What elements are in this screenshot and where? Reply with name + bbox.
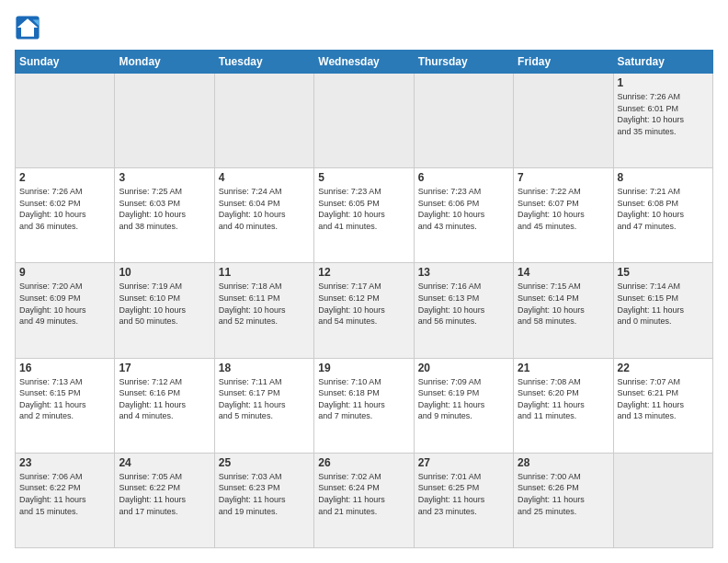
weekday-header-thursday: Thursday bbox=[414, 51, 513, 74]
day-info: Sunrise: 7:21 AM Sunset: 6:08 PM Dayligh… bbox=[618, 186, 709, 232]
day-number: 21 bbox=[518, 362, 609, 374]
day-number: 28 bbox=[518, 456, 609, 469]
header bbox=[15, 15, 713, 40]
day-number: 22 bbox=[618, 362, 709, 374]
calendar-week-4: 23Sunrise: 7:06 AM Sunset: 6:22 PM Dayli… bbox=[16, 453, 713, 547]
calendar-cell: 6Sunrise: 7:23 AM Sunset: 6:06 PM Daylig… bbox=[414, 168, 513, 263]
calendar-cell: 26Sunrise: 7:02 AM Sunset: 6:24 PM Dayli… bbox=[314, 453, 414, 547]
calendar-cell: 4Sunrise: 7:24 AM Sunset: 6:04 PM Daylig… bbox=[214, 168, 313, 263]
calendar-cell bbox=[314, 74, 414, 168]
day-number: 19 bbox=[318, 362, 409, 374]
day-info: Sunrise: 7:24 AM Sunset: 6:04 PM Dayligh… bbox=[219, 186, 310, 232]
day-info: Sunrise: 7:15 AM Sunset: 6:14 PM Dayligh… bbox=[518, 281, 609, 327]
calendar-cell: 16Sunrise: 7:13 AM Sunset: 6:15 PM Dayli… bbox=[16, 358, 115, 453]
calendar-cell: 9Sunrise: 7:20 AM Sunset: 6:09 PM Daylig… bbox=[16, 263, 115, 358]
calendar-cell: 11Sunrise: 7:18 AM Sunset: 6:11 PM Dayli… bbox=[214, 263, 313, 358]
day-number: 15 bbox=[618, 266, 709, 279]
calendar-cell bbox=[514, 74, 613, 168]
day-number: 27 bbox=[418, 456, 509, 469]
day-info: Sunrise: 7:00 AM Sunset: 6:26 PM Dayligh… bbox=[518, 471, 609, 517]
calendar-week-1: 2Sunrise: 7:26 AM Sunset: 6:02 PM Daylig… bbox=[16, 168, 713, 263]
day-info: Sunrise: 7:25 AM Sunset: 6:03 PM Dayligh… bbox=[119, 186, 210, 232]
day-number: 24 bbox=[119, 456, 210, 469]
day-number: 7 bbox=[518, 171, 609, 184]
calendar-cell: 12Sunrise: 7:17 AM Sunset: 6:12 PM Dayli… bbox=[314, 263, 414, 358]
weekday-header-monday: Monday bbox=[115, 51, 214, 74]
day-info: Sunrise: 7:14 AM Sunset: 6:15 PM Dayligh… bbox=[618, 281, 709, 327]
calendar-cell: 25Sunrise: 7:03 AM Sunset: 6:23 PM Dayli… bbox=[214, 453, 313, 547]
calendar-cell: 1Sunrise: 7:26 AM Sunset: 6:01 PM Daylig… bbox=[613, 74, 712, 168]
day-info: Sunrise: 7:07 AM Sunset: 6:21 PM Dayligh… bbox=[618, 376, 709, 422]
day-info: Sunrise: 7:23 AM Sunset: 6:06 PM Dayligh… bbox=[418, 186, 509, 232]
calendar-cell bbox=[613, 453, 712, 547]
calendar-cell: 7Sunrise: 7:22 AM Sunset: 6:07 PM Daylig… bbox=[514, 168, 613, 263]
calendar-cell: 22Sunrise: 7:07 AM Sunset: 6:21 PM Dayli… bbox=[613, 358, 712, 453]
day-info: Sunrise: 7:09 AM Sunset: 6:19 PM Dayligh… bbox=[418, 376, 509, 422]
day-number: 18 bbox=[219, 362, 310, 374]
day-info: Sunrise: 7:16 AM Sunset: 6:13 PM Dayligh… bbox=[418, 281, 509, 327]
calendar: SundayMondayTuesdayWednesdayThursdayFrid… bbox=[15, 50, 713, 548]
day-info: Sunrise: 7:17 AM Sunset: 6:12 PM Dayligh… bbox=[318, 281, 409, 327]
weekday-header-wednesday: Wednesday bbox=[314, 51, 414, 74]
calendar-cell: 20Sunrise: 7:09 AM Sunset: 6:19 PM Dayli… bbox=[414, 358, 513, 453]
calendar-cell bbox=[16, 74, 115, 168]
calendar-cell: 27Sunrise: 7:01 AM Sunset: 6:25 PM Dayli… bbox=[414, 453, 513, 547]
weekday-header-tuesday: Tuesday bbox=[214, 51, 313, 74]
day-number: 14 bbox=[518, 266, 609, 279]
day-number: 17 bbox=[119, 362, 210, 374]
day-number: 11 bbox=[219, 266, 310, 279]
logo bbox=[15, 15, 44, 40]
calendar-cell: 23Sunrise: 7:06 AM Sunset: 6:22 PM Dayli… bbox=[16, 453, 115, 547]
day-info: Sunrise: 7:03 AM Sunset: 6:23 PM Dayligh… bbox=[219, 471, 310, 517]
page: SundayMondayTuesdayWednesdayThursdayFrid… bbox=[0, 0, 728, 563]
day-number: 16 bbox=[19, 362, 110, 374]
calendar-cell: 2Sunrise: 7:26 AM Sunset: 6:02 PM Daylig… bbox=[16, 168, 115, 263]
day-info: Sunrise: 7:05 AM Sunset: 6:22 PM Dayligh… bbox=[119, 471, 210, 517]
day-number: 13 bbox=[418, 266, 509, 279]
calendar-cell bbox=[414, 74, 513, 168]
calendar-week-3: 16Sunrise: 7:13 AM Sunset: 6:15 PM Dayli… bbox=[16, 358, 713, 453]
calendar-cell: 3Sunrise: 7:25 AM Sunset: 6:03 PM Daylig… bbox=[115, 168, 214, 263]
day-number: 9 bbox=[19, 266, 110, 279]
calendar-cell: 14Sunrise: 7:15 AM Sunset: 6:14 PM Dayli… bbox=[514, 263, 613, 358]
day-info: Sunrise: 7:02 AM Sunset: 6:24 PM Dayligh… bbox=[318, 471, 409, 517]
day-info: Sunrise: 7:18 AM Sunset: 6:11 PM Dayligh… bbox=[219, 281, 310, 327]
day-info: Sunrise: 7:06 AM Sunset: 6:22 PM Dayligh… bbox=[19, 471, 110, 517]
day-info: Sunrise: 7:13 AM Sunset: 6:15 PM Dayligh… bbox=[19, 376, 110, 422]
day-info: Sunrise: 7:11 AM Sunset: 6:17 PM Dayligh… bbox=[219, 376, 310, 422]
calendar-cell: 19Sunrise: 7:10 AM Sunset: 6:18 PM Dayli… bbox=[314, 358, 414, 453]
calendar-cell bbox=[115, 74, 214, 168]
calendar-cell: 5Sunrise: 7:23 AM Sunset: 6:05 PM Daylig… bbox=[314, 168, 414, 263]
calendar-cell: 8Sunrise: 7:21 AM Sunset: 6:08 PM Daylig… bbox=[613, 168, 712, 263]
day-number: 6 bbox=[418, 171, 509, 184]
day-number: 20 bbox=[418, 362, 509, 374]
weekday-header-saturday: Saturday bbox=[613, 51, 712, 74]
calendar-week-0: 1Sunrise: 7:26 AM Sunset: 6:01 PM Daylig… bbox=[16, 74, 713, 168]
day-info: Sunrise: 7:08 AM Sunset: 6:20 PM Dayligh… bbox=[518, 376, 609, 422]
day-number: 2 bbox=[19, 171, 110, 184]
calendar-cell: 13Sunrise: 7:16 AM Sunset: 6:13 PM Dayli… bbox=[414, 263, 513, 358]
day-number: 10 bbox=[119, 266, 210, 279]
day-number: 12 bbox=[318, 266, 409, 279]
day-info: Sunrise: 7:22 AM Sunset: 6:07 PM Dayligh… bbox=[518, 186, 609, 232]
calendar-week-2: 9Sunrise: 7:20 AM Sunset: 6:09 PM Daylig… bbox=[16, 263, 713, 358]
day-info: Sunrise: 7:12 AM Sunset: 6:16 PM Dayligh… bbox=[119, 376, 210, 422]
calendar-cell: 18Sunrise: 7:11 AM Sunset: 6:17 PM Dayli… bbox=[214, 358, 313, 453]
day-number: 26 bbox=[318, 456, 409, 469]
day-number: 1 bbox=[618, 76, 709, 89]
logo-icon bbox=[15, 15, 40, 40]
day-info: Sunrise: 7:23 AM Sunset: 6:05 PM Dayligh… bbox=[318, 186, 409, 232]
day-number: 3 bbox=[119, 171, 210, 184]
day-number: 8 bbox=[618, 171, 709, 184]
weekday-header-friday: Friday bbox=[514, 51, 613, 74]
calendar-cell: 15Sunrise: 7:14 AM Sunset: 6:15 PM Dayli… bbox=[613, 263, 712, 358]
day-info: Sunrise: 7:26 AM Sunset: 6:01 PM Dayligh… bbox=[618, 91, 709, 137]
day-info: Sunrise: 7:19 AM Sunset: 6:10 PM Dayligh… bbox=[119, 281, 210, 327]
day-number: 5 bbox=[318, 171, 409, 184]
weekday-header-sunday: Sunday bbox=[16, 51, 115, 74]
calendar-cell: 21Sunrise: 7:08 AM Sunset: 6:20 PM Dayli… bbox=[514, 358, 613, 453]
day-number: 23 bbox=[19, 456, 110, 469]
calendar-cell: 10Sunrise: 7:19 AM Sunset: 6:10 PM Dayli… bbox=[115, 263, 214, 358]
day-info: Sunrise: 7:20 AM Sunset: 6:09 PM Dayligh… bbox=[19, 281, 110, 327]
day-info: Sunrise: 7:10 AM Sunset: 6:18 PM Dayligh… bbox=[318, 376, 409, 422]
